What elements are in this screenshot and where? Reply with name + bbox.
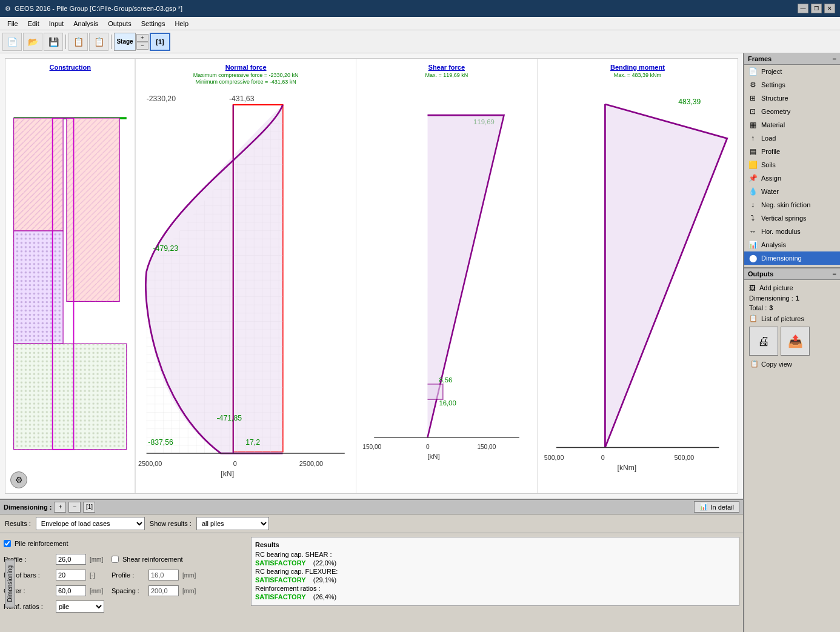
add-picture-button[interactable]: 🖼 Add picture <box>747 282 838 293</box>
copy-button[interactable]: 📋 <box>68 33 88 51</box>
menu-settings[interactable]: Settings <box>136 19 170 28</box>
stage-up-button[interactable]: + <box>136 34 148 42</box>
stage-label: Stage <box>114 33 136 51</box>
total-output-value: 3 <box>769 304 773 311</box>
sidebar-item-material[interactable]: ▦ Material <box>744 118 840 131</box>
rc-flexure-row: RC bearing cap. FLEXURE: <box>255 568 735 575</box>
add-stage-button[interactable]: + <box>54 502 66 513</box>
menu-help[interactable]: Help <box>170 19 193 28</box>
dimensioning-side-label[interactable]: Dimensioning <box>5 560 15 608</box>
pile-reinforcement-check[interactable] <box>4 540 11 547</box>
menubar: File Edit Input Analysis Outputs Setting… <box>0 17 840 30</box>
reinf-ratios-result-label: Reinforcement ratios : <box>255 585 321 592</box>
restore-button[interactable]: ❐ <box>811 4 822 13</box>
structure-icon: ⊞ <box>748 93 758 103</box>
svg-rect-9 <box>14 231 63 344</box>
open-button[interactable]: 📂 <box>23 33 42 51</box>
paste-button[interactable]: 📋 <box>89 33 108 51</box>
sidebar-item-vertical-springs[interactable]: ⤵ Vertical springs <box>744 211 840 225</box>
normal-force-subtitle2: Minimum compressive force = -431,63 kN <box>195 79 296 85</box>
sidebar-label-assign: Assign <box>761 175 781 182</box>
sidebar-item-hor-modulus[interactable]: ↔ Hor. modulus <box>744 225 840 238</box>
remove-stage-button[interactable]: − <box>68 502 81 513</box>
outputs-content: 🖼 Add picture Dimensioning : 1 Total : 3… <box>744 280 840 632</box>
new-button[interactable]: 📄 <box>2 33 22 51</box>
bending-moment-subtitle: Max. = 483,39 kNm <box>614 72 661 78</box>
show-results-select[interactable]: all piles <box>196 517 269 530</box>
shear-reinforcement-check[interactable] <box>112 556 119 563</box>
copy-view-button[interactable]: 📋 Copy view <box>747 358 838 370</box>
results-label: Results : <box>5 520 31 527</box>
list-of-pictures-button[interactable]: 📋 List of pictures <box>747 313 838 324</box>
app-title: GEOS 2016 - Pile Group [C:\Pile-Group/sc… <box>15 5 182 12</box>
profile-input[interactable] <box>56 554 86 565</box>
svg-text:2500,00: 2500,00 <box>138 460 162 467</box>
frames-collapse[interactable]: − <box>833 55 836 62</box>
sidebar-item-water[interactable]: 💧 Water <box>744 185 840 198</box>
sidebar-item-geometry[interactable]: ⊡ Geometry <box>744 105 840 118</box>
shear-spacing-unit: [mm] <box>182 588 201 594</box>
sidebar-label-analysis: Analysis <box>761 241 786 248</box>
toolbar-separator-1 <box>65 35 66 49</box>
bending-moment-section: Bending moment Max. = 483,39 kNm 483,39 <box>537 59 738 493</box>
toolbar-separator-2 <box>111 35 112 49</box>
outputs-collapse[interactable]: − <box>833 270 836 278</box>
reinf-ratios-select[interactable]: pile <box>56 600 104 613</box>
rc-shear-label: RC bearing cap. SHEAR : <box>255 551 332 558</box>
reinf-ratios-status-row: SATISFACTORY (26,4%) <box>255 593 735 600</box>
export-button[interactable]: 📤 <box>781 327 810 356</box>
gear-button[interactable]: ⚙ <box>10 471 27 488</box>
save-button[interactable]: 💾 <box>44 33 63 51</box>
menu-file[interactable]: File <box>2 19 23 28</box>
sidebar-item-settings[interactable]: ⚙ Settings <box>744 78 840 91</box>
print-button[interactable]: 🖨 <box>749 327 778 356</box>
sidebar-item-profile[interactable]: ▤ Profile <box>744 145 840 158</box>
menu-analysis[interactable]: Analysis <box>68 19 103 28</box>
cover-row: Cover : [mm] Spacing : [mm] <box>4 584 246 597</box>
sidebar-item-soils[interactable]: 🟨 Soils <box>744 158 840 171</box>
svg-text:[kN]: [kN] <box>427 453 439 460</box>
settings-icon: ⚙ <box>748 80 758 90</box>
geometry-icon: ⊡ <box>748 107 758 116</box>
menu-edit[interactable]: Edit <box>23 19 44 28</box>
sidebar-item-project[interactable]: 📄 Project <box>744 65 840 78</box>
assign-icon: 📌 <box>748 173 758 183</box>
sidebar-item-load[interactable]: ↑ Load <box>744 131 840 145</box>
stage-current[interactable]: [1] <box>150 33 170 51</box>
menu-outputs[interactable]: Outputs <box>103 19 136 28</box>
sidebar-item-structure[interactable]: ⊞ Structure <box>744 91 840 105</box>
dimensioning-label: Dimensioning : <box>4 504 52 511</box>
in-detail-button[interactable]: 📊 In detail <box>694 501 739 513</box>
cover-input[interactable] <box>56 585 86 596</box>
sidebar-label-dimensioning: Dimensioning <box>761 254 802 262</box>
sidebar-item-dimensioning[interactable]: ⬤ Dimensioning <box>744 251 840 265</box>
sidebar-label-project: Project <box>761 68 782 75</box>
bending-moment-chart: 483,39 500,00 0 500,00 [kNm] <box>540 79 735 491</box>
shear-spacing-input[interactable] <box>148 585 179 596</box>
svg-text:8,56: 8,56 <box>439 376 452 384</box>
close-button[interactable]: ✕ <box>824 4 835 13</box>
stage-controls: Stage + − <box>114 33 148 51</box>
reinf-ratios-pct: (26,4%) <box>313 593 337 600</box>
dimensioning-output-row: Dimensioning : 1 <box>747 293 838 303</box>
project-icon: 📄 <box>748 67 758 76</box>
sidebar-item-analysis[interactable]: 📊 Analysis <box>744 238 840 251</box>
rc-shear-pct: (22,0%) <box>313 559 337 567</box>
total-output-label: Total : <box>749 304 767 311</box>
svg-text:2500,00: 2500,00 <box>299 460 323 467</box>
dimensioning-icon: ⬤ <box>748 253 758 263</box>
outputs-header: Outputs − <box>744 268 840 280</box>
sidebar-item-assign[interactable]: 📌 Assign <box>744 171 840 185</box>
no-bars-input[interactable] <box>56 570 86 580</box>
stage-down-button[interactable]: − <box>136 42 148 50</box>
results-select[interactable]: Envelope of load cases <box>36 517 145 530</box>
menu-input[interactable]: Input <box>44 19 68 28</box>
left-panel: Construction <box>0 53 840 632</box>
shear-profile-input[interactable] <box>148 570 179 580</box>
stage-button[interactable]: [1] <box>83 502 95 513</box>
sidebar-item-neg-skin-friction[interactable]: ↓ Neg. skin friction <box>744 198 840 211</box>
minimize-button[interactable]: — <box>798 4 808 13</box>
reinf-ratios-result-row: Reinforcement ratios : <box>255 585 735 592</box>
sidebar-label-soils: Soils <box>761 161 776 168</box>
sidebar-label-hor-modulus: Hor. modulus <box>761 228 801 235</box>
